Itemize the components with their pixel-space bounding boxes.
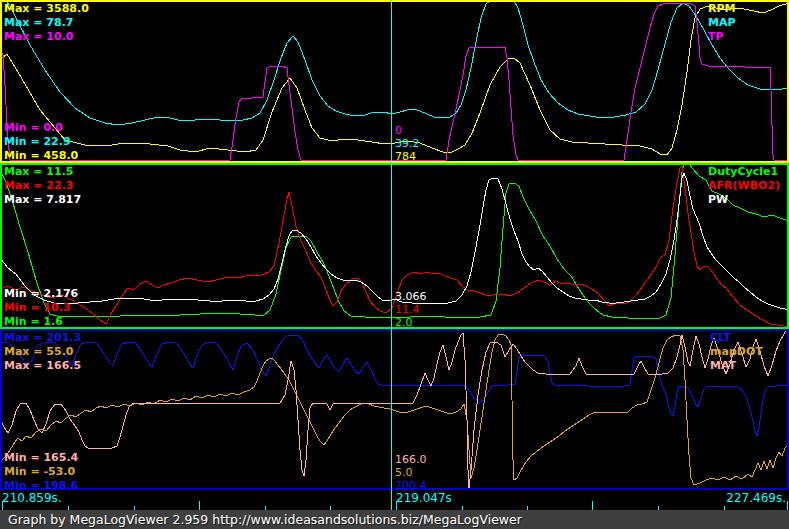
legend-label: RPM [708, 2, 736, 16]
max-label: Max = 166.5 [4, 359, 81, 373]
max-label: Max = 201.3 [4, 331, 81, 345]
cur-label: 200.4 [395, 479, 427, 492]
min-label: Min = 10.3 [4, 301, 78, 315]
time-tick-tall [396, 501, 397, 510]
min-label: Min = 0.0 [4, 121, 78, 135]
max-label: Max = 22.3 [4, 179, 81, 193]
time-axis[interactable]: 210.859s. 219.047s 227.469s. [0, 490, 789, 510]
time-tick-tall [592, 501, 593, 510]
series-CLT [0, 335, 789, 436]
max-label: Max = 11.5 [4, 165, 81, 179]
legend-top: RPMMAPTP [708, 2, 736, 44]
legend-label: mapDOT [710, 345, 763, 359]
cursor-values-middle: 3.06611.42.0 [395, 290, 427, 329]
cur-label: 11.4 [395, 303, 427, 316]
min-label: Min = -53.0 [4, 465, 78, 479]
time-cursor-line[interactable] [391, 0, 392, 510]
legend-label: DutyCycle1 [708, 165, 780, 179]
max-labels-top: Max = 3588.0Max = 78.7Max = 10.0 [4, 2, 89, 44]
min-labels-middle: Min = 2.176Min = 10.3Min = 1.6 [4, 287, 78, 329]
series-MAP [6, 1, 789, 125]
legend-label: MAT [710, 359, 763, 373]
min-labels-bottom: Min = 165.4Min = -53.0Min = 198.6 [4, 451, 78, 493]
cur-label: 784 [395, 150, 420, 163]
min-label: Min = 458.0 [4, 149, 78, 163]
min-label: Min = 1.6 [4, 315, 78, 329]
max-label: Max = 78.7 [4, 16, 89, 30]
cursor-values-bottom: 166.05.0200.4 [395, 453, 427, 492]
time-start-label: 210.859s. [2, 491, 62, 505]
legend-bottom: CLTmapDOTMAT [710, 331, 763, 373]
cur-label: 39.2 [395, 137, 420, 150]
time-tick-tall [199, 501, 200, 510]
min-label: Min = 165.4 [4, 451, 78, 465]
max-label: Max = 55.0 [4, 345, 81, 359]
cur-label: 0 [395, 124, 420, 137]
cur-label: 5.0 [395, 466, 427, 479]
min-label: Min = 22.9 [4, 135, 78, 149]
cur-label: 3.066 [395, 290, 427, 303]
min-labels-top: Min = 0.0Min = 22.9Min = 458.0 [4, 121, 78, 163]
status-bar: Graph by MegaLogViewer 2.959 http://www.… [0, 510, 789, 529]
max-label: Max = 10.0 [4, 30, 89, 44]
max-labels-bottom: Max = 201.3Max = 55.0Max = 166.5 [4, 331, 81, 373]
status-text: Graph by MegaLogViewer 2.959 http://www.… [8, 512, 522, 527]
max-label: Max = 3588.0 [4, 2, 89, 16]
legend-label: MAP [708, 16, 736, 30]
legend-label: PW [708, 193, 780, 207]
max-label: Max = 7.817 [4, 193, 81, 207]
legend-label: CLT [710, 331, 763, 345]
min-label: Min = 198.6 [4, 479, 78, 493]
time-tick-tall [787, 501, 788, 510]
time-cursor-label: 219.047s [396, 491, 452, 505]
legend-label: TP [708, 30, 736, 44]
max-labels-middle: Max = 11.5Max = 22.3Max = 7.817 [4, 165, 81, 207]
megalogviewer-window: Max = 3588.0Max = 78.7Max = 10.0 Min = 0… [0, 0, 789, 529]
legend-middle: DutyCycle1AFR(WBO2)PW [708, 165, 780, 207]
cur-label: 166.0 [395, 453, 427, 466]
time-end-label: 227.469s. [726, 491, 786, 505]
legend-label: AFR(WBO2) [708, 179, 780, 193]
min-label: Min = 2.176 [4, 287, 78, 301]
time-tick-tall [2, 501, 3, 510]
cursor-values-top: 039.2784 [395, 124, 420, 163]
cur-label: 2.0 [395, 316, 427, 329]
